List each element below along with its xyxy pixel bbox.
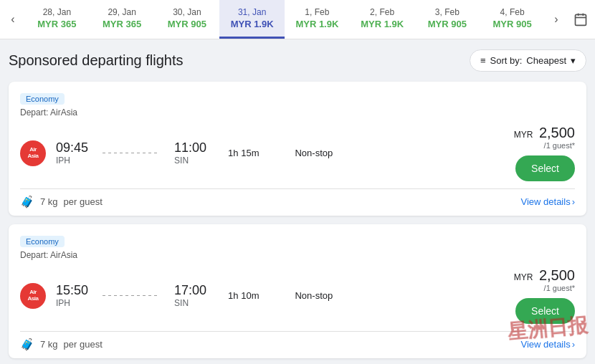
view-details-0[interactable]: View details ›: [521, 196, 575, 207]
depart-label-1: Depart: AirAsia: [20, 250, 575, 260]
depart-time-block-1: 15:50 IPH: [56, 283, 88, 309]
date-price-3: MYR 1.9K: [231, 19, 274, 29]
duration-1: 1h 10m: [228, 290, 259, 301]
price-amount-0: 2,500: [539, 125, 575, 141]
chevron-right-icon-0: ›: [572, 196, 575, 207]
next-date-arrow[interactable]: ›: [545, 0, 568, 39]
baggage-row-0: 🧳 7 kg per guest View details ›: [20, 195, 575, 209]
flight-line-1: [103, 295, 160, 296]
main-content: Sponsored departing flights ≡ Sort by: C…: [0, 39, 595, 364]
depart-airport-0: IPH: [56, 155, 70, 166]
page-title: Sponsored departing flights: [9, 52, 184, 69]
economy-badge-1: Economy: [20, 236, 65, 247]
depart-time-1: 15:50: [56, 283, 88, 299]
depart-airport-1: IPH: [56, 298, 70, 308]
date-label-0: 28, Jan: [43, 7, 71, 17]
duration-block-0: 1h 15m: [228, 148, 259, 158]
view-details-label-0: View details: [521, 196, 571, 207]
baggage-row-1: 🧳 7 kg per guest View details ›: [20, 337, 575, 351]
date-label-5: 2, Feb: [370, 7, 394, 17]
price-currency-0: MYR: [514, 130, 533, 140]
date-price-7: MYR 905: [493, 19, 532, 29]
view-details-label-1: View details: [521, 339, 571, 350]
calendar-icon[interactable]: [568, 0, 594, 39]
flight-card-1: Economy Depart: AirAsia AirAsia 15:50 IP…: [9, 224, 586, 358]
price-per-guest-0: /1 guest*: [544, 141, 575, 150]
date-price-1: MYR 365: [103, 19, 141, 29]
baggage-per-guest-1: per guest: [64, 339, 103, 350]
view-details-1[interactable]: View details ›: [521, 339, 575, 350]
date-price-6: MYR 905: [428, 19, 467, 29]
prev-date-arrow[interactable]: ‹: [1, 0, 24, 39]
price-line-0: MYR 2,500: [514, 125, 575, 141]
date-tab-7[interactable]: 4, Feb MYR 905: [480, 0, 545, 39]
price-line-1: MYR 2,500: [514, 267, 575, 284]
arrive-time-block-0: 11:00 SIN: [174, 140, 206, 166]
date-tab-4[interactable]: 1, Feb MYR 1.9K: [285, 0, 350, 39]
price-currency-1: MYR: [514, 272, 533, 282]
sort-label: Sort by:: [490, 55, 523, 66]
depart-time-block-0: 09:45 IPH: [56, 140, 88, 166]
stops-0: Non-stop: [295, 148, 333, 158]
date-tab-0[interactable]: 28, Jan MYR 365: [24, 0, 90, 39]
flights-header: Sponsored departing flights ≡ Sort by: C…: [9, 49, 586, 72]
flight-info-0: AirAsia 09:45 IPH 11:00 SIN 1h 15m Non-s…: [20, 140, 505, 166]
date-label-7: 4, Feb: [500, 7, 525, 17]
baggage-icon-1: 🧳: [20, 337, 34, 351]
baggage-icon-0: 🧳: [20, 195, 34, 209]
chevron-right-icon-1: ›: [572, 339, 575, 350]
date-tab-2[interactable]: 30, Jan MYR 905: [155, 0, 220, 39]
baggage-weight-1: 7 kg: [40, 339, 58, 350]
date-label-4: 1, Feb: [305, 7, 329, 17]
flight-info-1: AirAsia 15:50 IPH 17:00 SIN 1h 10m Non-s…: [20, 283, 505, 309]
date-navigation: ‹ 28, Jan MYR 365 29, Jan MYR 365 30, Ja…: [0, 0, 595, 39]
arrive-airport-1: SIN: [174, 298, 189, 308]
baggage-info-0: 🧳 7 kg per guest: [20, 195, 103, 209]
date-label-2: 30, Jan: [173, 7, 201, 17]
stops-1: Non-stop: [295, 290, 333, 301]
airline-logo-1: AirAsia: [20, 283, 46, 309]
price-select-1: MYR 2,500 /1 guest* Select: [514, 267, 575, 324]
flight-row-1: AirAsia 15:50 IPH 17:00 SIN 1h 10m Non-s…: [20, 267, 575, 324]
arrive-time-block-1: 17:00 SIN: [174, 283, 206, 309]
date-price-0: MYR 365: [37, 19, 76, 29]
select-button-1[interactable]: Select: [515, 298, 575, 324]
sort-icon: ≡: [480, 55, 486, 66]
select-button-0[interactable]: Select: [515, 155, 575, 181]
baggage-per-guest-0: per guest: [64, 196, 103, 207]
duration-0: 1h 15m: [228, 148, 259, 158]
chevron-down-icon: ▾: [571, 55, 576, 66]
baggage-info-1: 🧳 7 kg per guest: [20, 337, 103, 351]
divider-0: [20, 188, 575, 189]
arrive-time-0: 11:00: [174, 140, 206, 156]
date-label-3: 31, Jan: [238, 7, 266, 17]
depart-time-0: 09:45: [56, 140, 88, 156]
price-amount-1: 2,500: [539, 267, 575, 284]
arrive-time-1: 17:00: [174, 283, 206, 299]
price-per-guest-1: /1 guest*: [544, 284, 575, 292]
flight-row-0: AirAsia 09:45 IPH 11:00 SIN 1h 15m Non-s…: [20, 125, 575, 181]
flight-line-0: [103, 153, 160, 153]
date-price-4: MYR 1.9K: [295, 19, 338, 29]
depart-label-0: Depart: AirAsia: [20, 107, 575, 118]
date-tab-3[interactable]: 31, Jan MYR 1.9K: [219, 0, 285, 39]
sort-value: Cheapest: [526, 55, 566, 66]
date-label-1: 29, Jan: [108, 7, 135, 17]
arrive-airport-0: SIN: [174, 155, 189, 166]
economy-badge-0: Economy: [20, 93, 65, 105]
date-price-5: MYR 1.9K: [361, 19, 404, 29]
date-label-6: 3, Feb: [435, 7, 460, 17]
date-tab-1[interactable]: 29, Jan MYR 365: [90, 0, 155, 39]
flight-card-0: Economy Depart: AirAsia AirAsia 09:45 IP…: [9, 82, 586, 216]
date-price-2: MYR 905: [168, 19, 206, 29]
divider-1: [20, 331, 575, 332]
baggage-weight-0: 7 kg: [40, 196, 58, 207]
price-select-0: MYR 2,500 /1 guest* Select: [514, 125, 575, 181]
date-tab-5[interactable]: 2, Feb MYR 1.9K: [350, 0, 415, 39]
date-tab-6[interactable]: 3, Feb MYR 905: [415, 0, 480, 39]
sort-button[interactable]: ≡ Sort by: Cheapest ▾: [470, 49, 586, 72]
svg-rect-0: [576, 14, 586, 25]
duration-block-1: 1h 10m: [228, 290, 259, 301]
airline-logo-0: AirAsia: [20, 140, 46, 166]
